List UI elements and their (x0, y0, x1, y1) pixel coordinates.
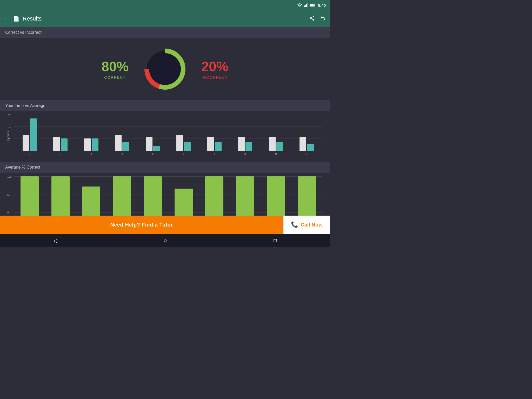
green-bar (205, 176, 223, 216)
time-bar-pair: 6 (176, 135, 191, 155)
svg-point-0 (299, 6, 300, 7)
time-vs-average-header: Your Time vs Average (0, 100, 330, 111)
avg-bar-pair: 6 (175, 189, 193, 216)
time-bar-pair: 2 (53, 137, 68, 155)
bar-label: 3 (90, 152, 92, 155)
avg-y-label-100: 100 (7, 175, 12, 178)
main-content: Correct vs Incorrect 80% CORRECT 20% INC… (0, 27, 330, 216)
battery-icon (310, 3, 315, 7)
bar-label: 9 (275, 152, 277, 155)
time-bar-pair: 3 (84, 138, 98, 155)
nav-back-button[interactable]: ◁ (53, 237, 57, 244)
bar-label: 10 (305, 152, 308, 155)
time-bars: 12345678910 (14, 119, 322, 155)
svg-point-16 (151, 55, 179, 83)
green-bar (21, 176, 39, 216)
green-bar (82, 187, 100, 216)
avg-bars: 12345678910 (14, 181, 322, 216)
banner-text: Need Help? Find a Tutor (110, 222, 173, 228)
white-bar (238, 137, 245, 151)
teal-bar (276, 142, 283, 151)
bar-label: 6 (183, 152, 184, 155)
signal-icon (304, 3, 308, 7)
bar-label: 5 (152, 152, 154, 155)
white-bar (23, 135, 29, 151)
avg-y-label-50: 50 (7, 194, 10, 196)
time-bar-pair: 5 (146, 137, 160, 155)
doc-icon: 📄 (13, 16, 19, 22)
teal-bar (245, 142, 252, 151)
svg-point-10 (313, 19, 314, 21)
green-bar (144, 176, 162, 216)
white-bar (207, 137, 214, 151)
svg-rect-1 (304, 5, 305, 7)
white-bar (176, 135, 183, 151)
incorrect-percent: 20% (201, 59, 228, 74)
avg-bar-pair: 7 (205, 176, 223, 216)
status-icons: 5:40 (297, 3, 326, 8)
avg-bar-pair: 2 (51, 176, 70, 216)
time-bar-pair: 8 (238, 137, 252, 155)
bar-label: 2 (60, 152, 61, 155)
app-title: Results (23, 15, 42, 22)
time-bar-pair: 9 (269, 137, 283, 155)
avg-bar-pair: 8 (236, 176, 254, 216)
nav-recent-button[interactable]: □ (274, 238, 277, 244)
time-bar-pair: 10 (300, 137, 314, 155)
time-y-axis-label: Seconds (6, 131, 10, 142)
donut-chart (142, 46, 188, 92)
correct-incorrect-header: Correct vs Incorrect (0, 27, 330, 38)
teal-bar (184, 142, 191, 151)
teal-bar (215, 142, 222, 151)
incorrect-label: INCORRECT (201, 75, 228, 79)
donut-section: 80% CORRECT 20% INCORRECT (0, 38, 330, 100)
avg-bar-pair: 4 (113, 176, 131, 216)
call-now-text: Call Now (301, 222, 322, 228)
app-bar: ← 📄 Results (0, 10, 330, 27)
back-button[interactable]: ← (4, 15, 10, 22)
time-section: Seconds 20 10 0 12345678910 (0, 111, 330, 162)
svg-point-8 (313, 16, 314, 17)
y-label-10: 10 (8, 125, 11, 128)
svg-rect-3 (306, 4, 307, 7)
share-button[interactable] (309, 15, 315, 22)
green-bar (175, 189, 193, 216)
teal-bar (122, 142, 129, 151)
svg-line-12 (311, 17, 313, 18)
avg-bar-pair: 1 (21, 176, 39, 216)
nav-home-button[interactable]: ○ (164, 237, 167, 244)
refresh-button[interactable] (320, 15, 326, 22)
avg-bar-pair: 3 (82, 187, 100, 216)
white-bar (84, 138, 91, 151)
bar-label: 1 (29, 152, 30, 155)
teal-bar (30, 118, 37, 151)
svg-rect-7 (315, 5, 315, 6)
grid-line-20 (14, 115, 322, 115)
svg-rect-6 (310, 4, 314, 6)
time-bar-pair: 4 (115, 135, 129, 155)
svg-point-9 (310, 17, 311, 19)
green-bar (113, 176, 131, 216)
white-bar (146, 137, 152, 151)
avg-bar-pair: 10 (298, 176, 316, 216)
find-tutor-banner[interactable]: Need Help? Find a Tutor (0, 216, 283, 234)
y-label-20: 20 (8, 114, 11, 117)
white-bar (269, 137, 276, 151)
avg-section: 100 50 0 12345678910 (0, 173, 330, 216)
white-bar (53, 137, 60, 151)
bottom-banner: Need Help? Find a Tutor 📞 Call Now (0, 216, 330, 234)
status-bar: 5:40 (0, 0, 330, 10)
svg-rect-4 (307, 3, 308, 7)
green-bar (267, 176, 285, 216)
green-bar (298, 176, 316, 216)
bar-label: 4 (121, 152, 123, 155)
call-now-button[interactable]: 📞 Call Now (283, 216, 330, 234)
avg-bar-pair: 5 (144, 176, 162, 216)
nav-bar: ◁ ○ □ (0, 234, 330, 247)
correct-percent: 80% (102, 59, 129, 74)
phone-icon: 📞 (291, 221, 298, 228)
time-bar-pair: 1 (23, 118, 37, 155)
time-bar-pair: 7 (207, 137, 222, 155)
white-bar (300, 137, 306, 151)
bar-label: 7 (214, 152, 215, 155)
